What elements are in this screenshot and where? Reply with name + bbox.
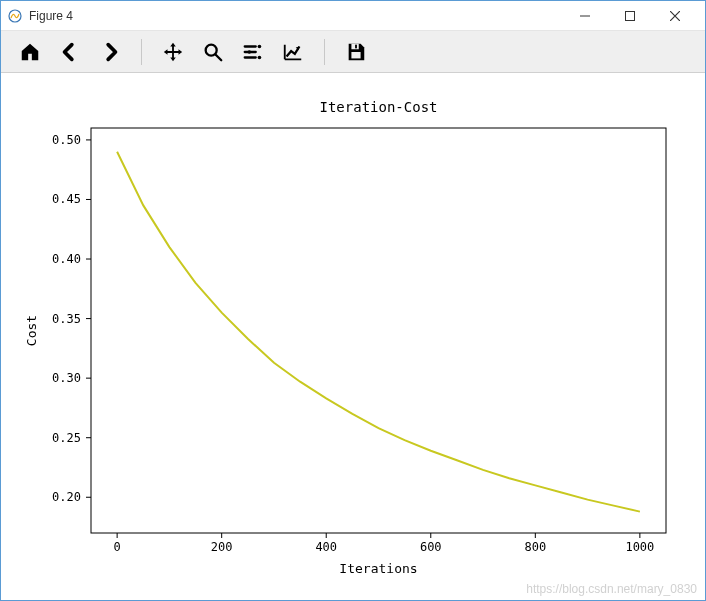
svg-rect-7 xyxy=(355,44,357,48)
y-tick-label: 0.20 xyxy=(52,490,81,504)
y-tick-label: 0.35 xyxy=(52,312,81,326)
toolbar-separator xyxy=(324,39,325,65)
svg-rect-6 xyxy=(351,43,358,49)
zoom-button[interactable] xyxy=(194,35,232,69)
chart-svg: 020040060080010000.200.250.300.350.400.4… xyxy=(1,73,705,600)
y-tick-label: 0.30 xyxy=(52,371,81,385)
app-icon xyxy=(7,8,23,24)
figure-canvas[interactable]: 020040060080010000.200.250.300.350.400.4… xyxy=(1,73,705,600)
x-tick-label: 800 xyxy=(524,540,546,554)
home-button[interactable] xyxy=(11,35,49,69)
close-button[interactable] xyxy=(652,1,697,31)
svg-point-4 xyxy=(248,50,252,54)
x-tick-label: 400 xyxy=(315,540,337,554)
save-button[interactable] xyxy=(337,35,375,69)
back-button[interactable] xyxy=(51,35,89,69)
svg-rect-1 xyxy=(625,11,634,20)
window-titlebar: Figure 4 xyxy=(1,1,705,31)
y-tick-label: 0.45 xyxy=(52,192,81,206)
y-tick-label: 0.40 xyxy=(52,252,81,266)
chart-title: Iteration-Cost xyxy=(319,99,437,115)
x-tick-label: 200 xyxy=(211,540,233,554)
pan-button[interactable] xyxy=(154,35,192,69)
maximize-button[interactable] xyxy=(607,1,652,31)
x-axis-label: Iterations xyxy=(339,561,417,576)
toolbar-separator xyxy=(141,39,142,65)
window-title: Figure 4 xyxy=(29,9,73,23)
figure-toolbar xyxy=(1,31,705,73)
svg-point-3 xyxy=(258,44,262,48)
svg-point-5 xyxy=(258,55,262,59)
forward-button[interactable] xyxy=(91,35,129,69)
x-tick-label: 0 xyxy=(114,540,121,554)
y-tick-label: 0.50 xyxy=(52,133,81,147)
y-tick-label: 0.25 xyxy=(52,431,81,445)
axes-button[interactable] xyxy=(274,35,312,69)
subplots-button[interactable] xyxy=(234,35,272,69)
plot-area xyxy=(91,128,666,533)
svg-rect-8 xyxy=(351,52,360,58)
y-axis-label: Cost xyxy=(24,315,39,346)
x-tick-label: 1000 xyxy=(625,540,654,554)
x-tick-label: 600 xyxy=(420,540,442,554)
minimize-button[interactable] xyxy=(562,1,607,31)
